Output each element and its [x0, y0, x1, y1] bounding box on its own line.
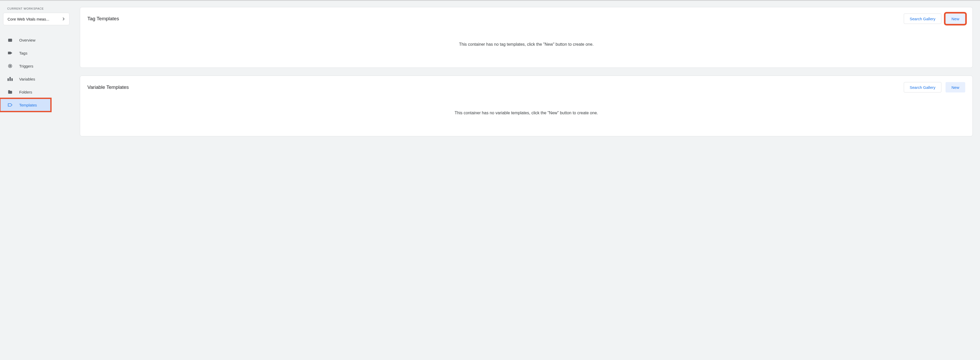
sidebar-item-label: Overview — [19, 38, 35, 42]
sidebar-item-label: Triggers — [19, 64, 33, 68]
workspace-heading: CURRENT WORKSPACE — [0, 7, 73, 13]
sidebar-item-label: Folders — [19, 90, 32, 94]
new-variable-template-button[interactable]: New — [945, 82, 965, 93]
sidebar-item-label: Variables — [19, 77, 35, 81]
new-tag-template-button[interactable]: New — [945, 13, 965, 24]
empty-state-message: This container has no tag templates, cli… — [88, 42, 965, 47]
search-gallery-button[interactable]: Search Gallery — [904, 13, 941, 24]
svg-rect-4 — [11, 78, 13, 81]
sidebar-item-variables[interactable]: Variables — [0, 72, 70, 85]
sidebar-item-label: Templates — [19, 103, 37, 107]
chevron-right-icon — [61, 16, 66, 22]
template-icon — [7, 102, 13, 108]
panel-variable-templates: Variable Templates Search Gallery New Th… — [80, 75, 973, 136]
sidebar-item-tags[interactable]: Tags — [0, 46, 70, 59]
sidebar-item-label: Tags — [19, 51, 27, 55]
panel-header: Tag Templates Search Gallery New — [88, 13, 965, 24]
empty-state-message: This container has no variable templates… — [88, 110, 965, 115]
folder-icon — [7, 89, 13, 95]
panel-title: Variable Templates — [88, 85, 129, 90]
dashboard-icon — [7, 37, 13, 43]
sidebar-item-templates[interactable]: Templates — [0, 98, 51, 111]
svg-rect-3 — [10, 77, 11, 81]
panel-tag-templates: Tag Templates Search Gallery New This co… — [80, 7, 973, 68]
sidebar-item-overview[interactable]: Overview — [0, 34, 70, 46]
search-gallery-button[interactable]: Search Gallery — [904, 82, 941, 93]
target-icon — [7, 63, 13, 69]
sidebar: CURRENT WORKSPACE Core Web Vitals meas..… — [0, 1, 73, 360]
app-root: CURRENT WORKSPACE Core Web Vitals meas..… — [0, 0, 980, 360]
svg-rect-2 — [8, 78, 9, 81]
main-content: Tag Templates Search Gallery New This co… — [73, 1, 980, 360]
sidebar-item-triggers[interactable]: Triggers — [0, 59, 70, 72]
panel-title: Tag Templates — [88, 16, 119, 22]
sidebar-item-folders[interactable]: Folders — [0, 85, 70, 98]
workspace-picker[interactable]: Core Web Vitals meas... — [3, 13, 70, 25]
panel-buttons: Search Gallery New — [904, 82, 965, 93]
panel-buttons: Search Gallery New — [904, 13, 965, 24]
blocks-icon — [7, 76, 13, 82]
sidebar-nav: Overview Tags Triggers Variables — [0, 34, 73, 111]
panel-header: Variable Templates Search Gallery New — [88, 82, 965, 93]
tag-icon — [7, 50, 13, 56]
workspace-name: Core Web Vitals meas... — [8, 17, 49, 21]
svg-point-1 — [10, 66, 11, 67]
